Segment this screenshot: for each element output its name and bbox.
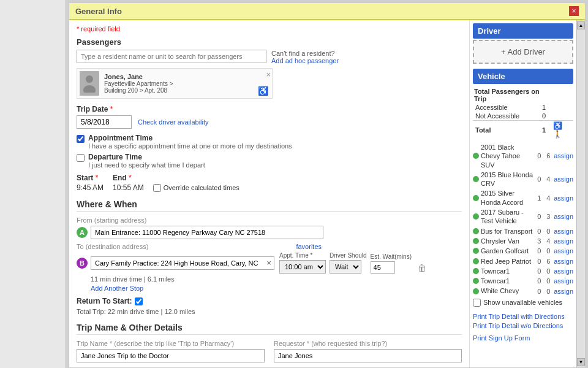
est-wait-col-label: Est. Wait(mins) <box>371 253 412 260</box>
passenger-card: Jones, Jane Fayetteville Apartments > Bu… <box>77 68 273 99</box>
delete-stop-button[interactable]: 🗑 <box>415 263 429 273</box>
vehicle-name: Bus for Transport <box>481 227 533 236</box>
vehicle-name: Red Jeep Patriot <box>481 257 533 266</box>
vehicle-row: Chrysler Van34assign <box>473 237 573 245</box>
add-another-stop-link[interactable]: Add Another Stop <box>91 285 462 292</box>
assign-link[interactable]: assign <box>554 175 573 183</box>
trip-date-label: Trip Date <box>77 105 108 113</box>
vehicle-name: Chrysler Van <box>481 237 533 245</box>
vehicle-status-dot <box>473 278 479 284</box>
check-availability-link[interactable]: Check driver availability <box>138 118 209 126</box>
favorites-link[interactable]: favorites <box>296 243 322 250</box>
clear-to-address-button[interactable]: × <box>264 257 274 269</box>
general-info-header: General Info × <box>69 3 585 20</box>
remove-passenger-button[interactable]: × <box>266 70 271 79</box>
from-address-input[interactable] <box>91 226 323 239</box>
print-link-2[interactable]: Print Trip Detail w/o Directions <box>473 322 573 329</box>
passenger-search-input[interactable] <box>77 50 266 63</box>
vehicle-count2: 0 <box>545 277 552 285</box>
vehicle-status-dot <box>473 288 479 294</box>
driver-should-select[interactable]: Wait <box>330 260 361 274</box>
assign-link[interactable]: assign <box>554 288 573 295</box>
assign-link[interactable]: assign <box>554 152 573 159</box>
svg-point-1 <box>83 85 96 93</box>
header-title: General Info <box>75 7 122 16</box>
est-wait-input[interactable] <box>371 261 395 274</box>
close-button[interactable]: × <box>569 6 579 16</box>
appt-time-select[interactable]: 10:00 am <box>279 260 326 274</box>
appointment-time-row: Appointment Time I have a specific appoi… <box>77 134 462 150</box>
departure-time-checkbox[interactable] <box>77 154 85 162</box>
override-checkbox[interactable] <box>153 184 161 192</box>
appointment-time-label: Appointment Time <box>88 134 292 142</box>
vehicle-count2: 6 <box>545 258 552 265</box>
vehicle-row: 2015 Silver Honda Accord14assign <box>473 189 573 207</box>
vehicle-name: 2017 Subaru - Test Vehicle <box>481 208 533 226</box>
vehicle-count2: 0 <box>545 228 552 235</box>
requestor-input[interactable] <box>274 349 462 362</box>
where-when-title: Where & When <box>77 199 462 212</box>
passengers-table-title: Total Passengers on Trip <box>473 87 552 103</box>
svg-point-0 <box>86 75 93 83</box>
print-link-1[interactable]: Print Trip Detail with Directions <box>473 313 573 320</box>
trip-details-title: Trip Name & Other Details <box>77 323 462 335</box>
return-to-start-checkbox[interactable] <box>135 297 143 305</box>
appointment-time-checkbox[interactable] <box>77 135 85 143</box>
assign-link[interactable]: assign <box>554 277 573 285</box>
assign-link[interactable]: assign <box>554 267 573 275</box>
vehicle-name: 2015 Blue Honda CRV <box>481 171 533 188</box>
vehicle-panel: Vehicle Total Passengers on Trip Accessi… <box>473 69 573 342</box>
passengers-table: Total Passengers on Trip Accessible 1 No… <box>473 87 573 139</box>
vehicle-count1: 0 <box>535 228 543 235</box>
show-unavailable-checkbox[interactable] <box>473 299 481 307</box>
passenger-avatar <box>80 71 99 96</box>
vehicle-status-dot <box>473 268 479 274</box>
scroll-up-button[interactable]: ▲ <box>577 21 585 29</box>
print-links: Print Trip Detail with Directions Print … <box>473 313 573 342</box>
vehicle-count2: 4 <box>545 237 552 245</box>
vehicle-count1: 1 <box>535 194 543 202</box>
vehicle-name: White Chevy <box>481 286 533 295</box>
vehicle-status-dot <box>473 153 479 159</box>
vehicle-row: Towncar100assign <box>473 277 573 285</box>
vehicle-status-dot <box>473 248 479 254</box>
where-when-section: Where & When From (starting address) A <box>77 199 462 315</box>
departure-time-label: Departure Time <box>88 153 205 161</box>
vehicle-row: Towncar100assign <box>473 267 573 275</box>
scroll-down-button[interactable]: ▼ <box>577 358 585 366</box>
total-label: Total <box>473 121 540 140</box>
print-link-3[interactable]: Print Sign Up Form <box>473 334 573 342</box>
vehicle-panel-header: Vehicle <box>473 69 573 84</box>
total-count: 1 <box>540 121 552 140</box>
vehicle-count1: 0 <box>535 152 543 159</box>
wheelchair-icon: ♿ <box>258 86 268 96</box>
assign-link[interactable]: assign <box>554 194 573 202</box>
to-label: To (destination address) <box>77 243 148 250</box>
total-trip: Total Trip: 22 min drive time | 12.0 mil… <box>77 308 462 315</box>
scrollbar[interactable]: ▲ ▼ <box>576 20 585 367</box>
trip-date-input[interactable] <box>77 115 132 129</box>
assign-link[interactable]: assign <box>554 237 573 245</box>
assign-link[interactable]: assign <box>554 228 573 235</box>
vehicle-count1: 0 <box>535 288 543 295</box>
vehicle-count2: 4 <box>545 175 552 183</box>
assign-link[interactable]: assign <box>554 258 573 265</box>
start-value: 9:45 AM <box>77 183 104 192</box>
vehicle-row: Red Jeep Patriot06assign <box>473 257 573 266</box>
trip-date-section: Trip Date * Check driver availability <box>77 105 462 129</box>
vehicle-row: 2015 Blue Honda CRV04assign <box>473 171 573 188</box>
departure-time-desc: I just need to specify what time I depar… <box>88 161 205 169</box>
trip-name-input[interactable] <box>77 349 265 362</box>
end-label: End <box>113 174 127 182</box>
from-label: From (starting address) <box>77 217 462 224</box>
add-driver-button[interactable]: + Add Driver <box>473 40 573 64</box>
vehicle-row: 2001 Black Chevy Tahoe SUV06assign <box>473 143 573 169</box>
vehicle-count2: 0 <box>545 247 552 255</box>
vehicle-name: 2015 Silver Honda Accord <box>481 189 533 207</box>
vehicle-status-dot <box>473 228 479 234</box>
assign-link[interactable]: assign <box>554 213 573 220</box>
assign-link[interactable]: assign <box>554 247 573 255</box>
to-address-input[interactable] <box>91 257 264 269</box>
add-adhoc-link[interactable]: Add ad hoc passenger <box>271 57 339 64</box>
departure-time-row: Departure Time I just need to specify wh… <box>77 153 462 169</box>
